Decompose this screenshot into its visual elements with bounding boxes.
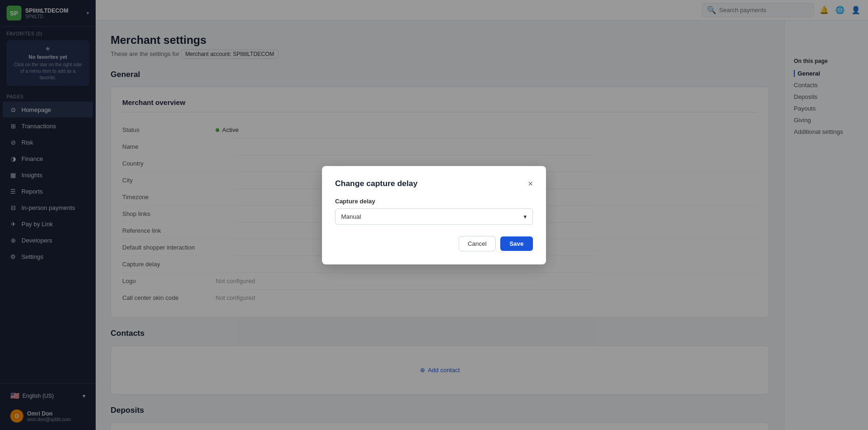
cancel-button[interactable]: Cancel <box>459 236 495 251</box>
modal-overlay: Change capture delay × Capture delay Man… <box>0 0 868 430</box>
modal-field-label: Capture delay <box>335 198 533 205</box>
dropdown-value: Manual <box>341 213 361 220</box>
close-icon[interactable]: × <box>528 180 533 188</box>
save-button[interactable]: Save <box>500 236 533 251</box>
modal-header: Change capture delay × <box>335 179 533 188</box>
capture-delay-dropdown[interactable]: Manual ▾ <box>335 208 533 225</box>
modal-actions: Cancel Save <box>335 236 533 251</box>
modal: Change capture delay × Capture delay Man… <box>322 166 546 264</box>
chevron-down-icon: ▾ <box>524 213 527 220</box>
modal-title: Change capture delay <box>335 179 418 188</box>
